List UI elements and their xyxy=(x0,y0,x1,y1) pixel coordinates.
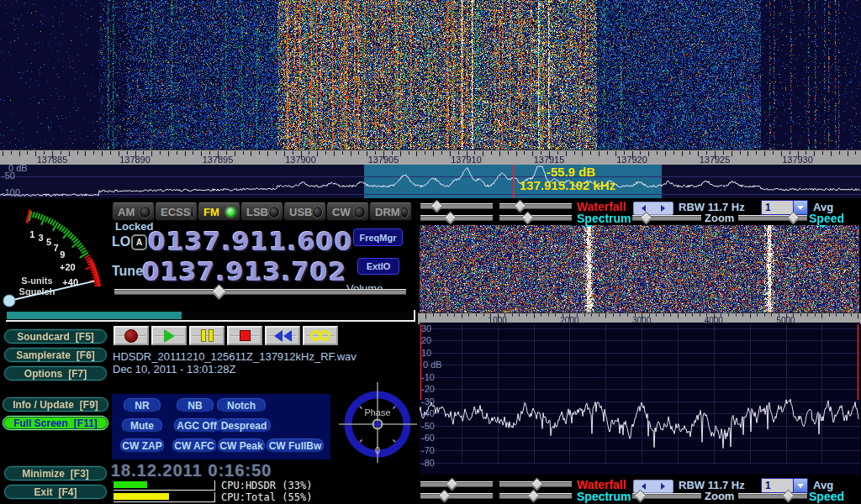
stop-button[interactable] xyxy=(227,326,262,345)
rf-spectrum-display[interactable]: 0 dB -50 -100 -55.9 dB 137.915.102 kHz xyxy=(0,165,861,198)
brightness2-slider-bottom-thumb[interactable] xyxy=(438,490,452,503)
menu-button-info-update[interactable]: Info / Update[F9] xyxy=(3,397,108,412)
cpu-total-bar xyxy=(114,492,215,502)
menu-button-label: Exit xyxy=(34,486,52,498)
record-button[interactable] xyxy=(114,326,149,345)
menu-button-key: [F7] xyxy=(68,368,87,380)
contrast2-slider-bottom[interactable] xyxy=(499,491,572,501)
freqmgr-button[interactable]: FreqMgr xyxy=(353,228,403,246)
squelch-level-bar[interactable] xyxy=(7,312,414,319)
af-spectrum-display[interactable] xyxy=(420,323,860,475)
dsp-panel: NRNBNotchMuteAGC OffDespreadCW ZAPCW AFC… xyxy=(112,394,330,459)
scroll-left-icon[interactable] xyxy=(642,483,646,490)
lo-frequency-display[interactable]: 0137.911.600 xyxy=(148,227,353,256)
dsp-button-notch[interactable]: Notch xyxy=(217,398,266,412)
scroll-left-icon[interactable] xyxy=(642,205,646,212)
dsp-button-mute[interactable]: Mute xyxy=(122,418,162,433)
cpu-total-label: CPU:Total (55%) xyxy=(221,491,312,503)
pause-bar xyxy=(209,329,214,342)
mode-button-label: LSB xyxy=(246,206,268,218)
brightness-slider-bottom[interactable] xyxy=(420,479,493,489)
dsp-button-cw-peak[interactable]: CW Peak xyxy=(218,438,265,453)
zoom-slider-bottom-thumb[interactable] xyxy=(634,490,647,503)
dsp-button-cw-afc[interactable]: CW AFC xyxy=(172,438,216,453)
menu-button-soundcard[interactable]: Soundcard[F5] xyxy=(4,329,107,344)
brightness-slider-bottom-thumb[interactable] xyxy=(446,478,459,491)
mode-button-cw[interactable]: CW xyxy=(326,202,369,221)
contrast-slider-top-thumb[interactable] xyxy=(514,200,527,213)
hdsdr-window: 0 dB -50 -100 -55.9 dB 137.915.102 kHz S… xyxy=(0,0,861,504)
mode-button-lsb[interactable]: LSB xyxy=(240,202,283,221)
pause-button[interactable] xyxy=(189,326,224,345)
dsp-button-cw-fullbw[interactable]: CW FullBw xyxy=(267,438,324,453)
menu-button-options[interactable]: Options[F7] xyxy=(4,366,107,381)
af-db-label--70: -70 xyxy=(421,445,435,455)
tune-frequency-display[interactable]: 0137.913.702 xyxy=(142,257,347,286)
menu-button-key: [F9] xyxy=(80,399,98,411)
dsp-button-despread[interactable]: Despread xyxy=(217,418,271,433)
brightness2-slider-top[interactable] xyxy=(420,213,493,223)
rewind-button[interactable] xyxy=(265,326,300,345)
speed-slider-top[interactable] xyxy=(738,213,807,223)
dsp-button-nb[interactable]: NB xyxy=(177,398,214,412)
mode-led-lsb xyxy=(268,206,280,218)
menu-button-key: [F5] xyxy=(76,331,94,343)
rf-frequency-ruler[interactable] xyxy=(0,150,861,165)
datetime-display: 18.12.2011 0:16:50 xyxy=(111,461,272,480)
scroll-right-icon[interactable] xyxy=(661,205,665,212)
contrast2-slider-top-thumb[interactable] xyxy=(521,212,535,225)
contrast-slider-bottom-thumb[interactable] xyxy=(531,478,544,491)
mode-button-ecss[interactable]: ECSS xyxy=(155,202,198,221)
loop-ring xyxy=(320,330,330,341)
contrast2-slider-top-track xyxy=(499,215,572,221)
mode-button-drm[interactable]: DRM xyxy=(369,202,412,221)
af-db-label-20: 20 xyxy=(421,335,431,345)
volume-slider[interactable] xyxy=(114,286,406,297)
panel-divider xyxy=(6,320,415,322)
cpu-hdsdr-label: CPU:HDSDR (33%) xyxy=(221,480,312,491)
loop-button[interactable] xyxy=(303,326,338,345)
volume-thumb[interactable] xyxy=(211,284,226,299)
cpu-total-fill xyxy=(114,493,169,500)
spectrum-tab-bottom[interactable]: Spectrum xyxy=(577,490,631,503)
mode-button-fm[interactable]: FM xyxy=(198,202,240,221)
brightness-slider-top-thumb[interactable] xyxy=(430,200,444,213)
panel-divider-corner xyxy=(414,310,415,322)
brightness2-slider-bottom[interactable] xyxy=(420,491,493,501)
menu-button-samplerate[interactable]: Samplerate[F6] xyxy=(4,348,107,362)
menu-button-exit[interactable]: Exit[F4] xyxy=(4,485,107,499)
brightness2-slider-bottom-track xyxy=(420,493,493,499)
menu-button-label: Samplerate xyxy=(16,349,71,361)
zoom-slider-bottom[interactable] xyxy=(632,491,701,501)
scroll-right-icon[interactable] xyxy=(661,483,665,490)
contrast-slider-bottom[interactable] xyxy=(499,479,572,489)
dsp-button-cw-zap[interactable]: CW ZAP xyxy=(120,438,164,453)
menu-button-minimize[interactable]: Minimize[F3] xyxy=(4,466,107,480)
extio-button[interactable]: ExtIO xyxy=(357,258,399,275)
lo-label: LO xyxy=(112,234,130,249)
contrast2-slider-bottom-thumb[interactable] xyxy=(527,490,541,503)
af-waterfall-display[interactable] xyxy=(420,225,859,312)
rf-waterfall-display[interactable] xyxy=(0,0,861,150)
speed-slider-bottom-thumb[interactable] xyxy=(782,490,795,503)
zoom-slider-top[interactable] xyxy=(632,213,701,223)
dsp-button-agc-off[interactable]: AGC Off xyxy=(174,418,219,433)
af-db-label--20: -20 xyxy=(421,384,435,394)
brightness-slider-top[interactable] xyxy=(420,201,493,211)
rf-db-label-50: -50 xyxy=(2,171,15,181)
rf-spectrum-canvas[interactable] xyxy=(0,165,861,198)
mode-led-drm xyxy=(400,206,409,218)
speed-slider-bottom[interactable] xyxy=(738,491,807,501)
menu-button-full-screen[interactable]: Full Screen[F11] xyxy=(3,416,108,430)
mode-button-usb[interactable]: USB xyxy=(283,202,326,221)
mode-button-am[interactable]: AM xyxy=(112,202,155,221)
contrast2-slider-top[interactable] xyxy=(499,213,572,223)
contrast-slider-top[interactable] xyxy=(499,201,572,211)
play-button[interactable] xyxy=(151,326,187,345)
lo-auto-button[interactable]: A xyxy=(131,234,147,250)
spectrum-tab-top[interactable]: Spectrum xyxy=(577,212,631,225)
dsp-button-nr[interactable]: NR xyxy=(124,398,161,412)
brightness2-slider-top-thumb[interactable] xyxy=(444,212,457,225)
zoom-slider-top-thumb[interactable] xyxy=(640,212,653,225)
speed-slider-top-thumb[interactable] xyxy=(787,212,800,225)
